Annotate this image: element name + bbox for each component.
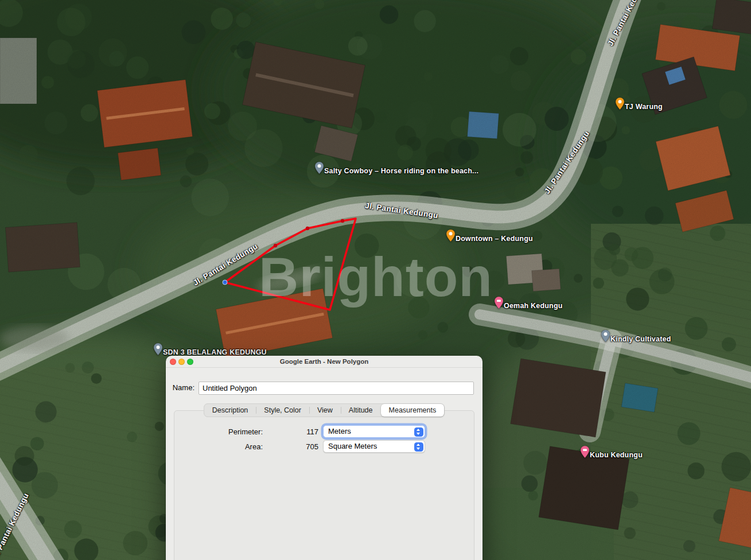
pin-salty-cowboy[interactable]: Salty Cowboy – Horse riding on the beach… <box>315 162 324 174</box>
polygon-name-input[interactable] <box>199 382 474 395</box>
polygon-vertex[interactable] <box>306 227 309 230</box>
lodging-pin-icon <box>581 446 589 458</box>
tab-style-color[interactable]: Style, Color <box>256 404 309 417</box>
pin-label: Oemah Kedungu <box>504 302 563 310</box>
restaurant-pin-icon <box>446 230 455 242</box>
perimeter-value: 117 <box>272 425 318 438</box>
measurements-panel: Perimeter: 117 Meters Area: 705 Square M… <box>174 410 474 560</box>
tab-bar: Description Style, Color View Altitude M… <box>166 403 482 417</box>
school-pin-icon <box>154 343 162 355</box>
pin-oemah-kedungu[interactable]: Oemah Kedungu <box>495 297 503 309</box>
tab-description[interactable]: Description <box>204 404 256 417</box>
polygon-vertex[interactable] <box>341 219 344 223</box>
area-label: Area: <box>174 440 263 453</box>
pin-label: SDN 3 BELALANG KEDUNGU <box>163 348 267 356</box>
pin-label: Salty Cowboy – Horse riding on the beach… <box>324 167 478 175</box>
place-pin-icon <box>315 162 324 174</box>
pin-kubu-kedungu[interactable]: Kubu Kedungu <box>581 446 589 458</box>
pin-label: Kubu Kedungu <box>590 451 643 459</box>
pin-sdn-3-belalang-kedungu[interactable]: SDN 3 BELALANG KEDUNGU <box>154 343 162 355</box>
dialog-titlebar[interactable]: Google Earth - New Polygon <box>166 356 482 368</box>
area-value: 705 <box>272 440 318 453</box>
place-pin-icon <box>601 330 610 342</box>
polygon-vertex[interactable] <box>274 244 277 247</box>
pin-label: TJ Warung <box>625 103 663 111</box>
tab-measurements[interactable]: Measurements <box>381 404 445 417</box>
polygon-active-vertex[interactable] <box>223 280 227 285</box>
lodging-pin-icon <box>495 297 503 309</box>
pin-downtown-kedungu[interactable]: Downtown – Kedungu <box>446 230 455 242</box>
dialog-title: Google Earth - New Polygon <box>166 356 482 368</box>
perimeter-label: Perimeter: <box>174 425 263 438</box>
name-label: Name: <box>166 383 194 392</box>
perimeter-unit-select[interactable]: Meters <box>323 425 425 438</box>
perimeter-unit-value: Meters <box>328 427 351 435</box>
area-unit-value: Square Meters <box>328 442 377 450</box>
tab-view[interactable]: View <box>309 404 341 417</box>
area-unit-select[interactable]: Square Meters <box>323 440 425 453</box>
restaurant-pin-icon <box>616 98 624 110</box>
pin-label: Downtown – Kedungu <box>456 235 533 243</box>
pin-label: Kindly Cultivated <box>610 335 671 343</box>
stepper-icon <box>414 427 423 437</box>
tab-altitude[interactable]: Altitude <box>341 404 381 417</box>
pin-tj-warung[interactable]: TJ Warung <box>616 98 624 110</box>
pin-kindly-cultivated[interactable]: Kindly Cultivated <box>601 330 610 342</box>
screen: Brighton Jl. Pantai Kedungu Jl. Pantai K… <box>0 0 751 560</box>
stepper-icon <box>414 442 423 452</box>
new-polygon-dialog: Google Earth - New Polygon Name: Descrip… <box>166 356 482 560</box>
